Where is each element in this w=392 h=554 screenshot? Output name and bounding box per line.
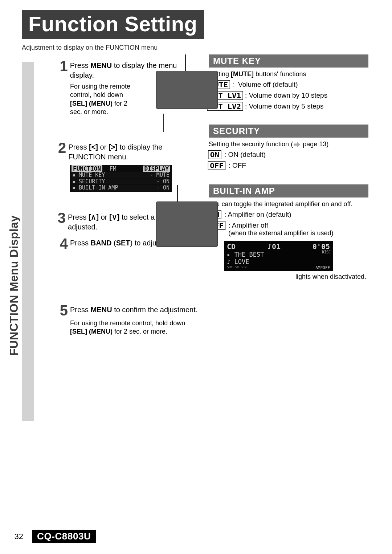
page-title: Function Setting [28, 12, 197, 36]
device-photo-band [156, 201, 218, 247]
callout-line [177, 185, 178, 201]
step-number: 3 [56, 211, 66, 232]
step-2: 2 Press [<] or [>] to display the FUNCTI… [56, 141, 201, 162]
step-1-note: For using the remote control, hold down … [70, 82, 135, 117]
step-number: 5 [56, 304, 68, 317]
function-menu-lcd: FUNCTION FM DISPLAY ▪ MUTE KEY- MUTE ▪ S… [70, 165, 172, 192]
step-5-note: For using the remote control, hold down … [70, 319, 201, 336]
left-column: FUNCTION Menu Display [22, 54, 56, 421]
callout-line [120, 207, 156, 207]
reference-arrow-icon [294, 142, 300, 147]
lcd-row-security: ▪ SECURITY- ON [72, 179, 170, 185]
display-indicator: ON [208, 150, 221, 159]
amp-off-caption: lights when disactivated. [209, 273, 368, 281]
builtin-amp-heading: BUILT-IN AMP [209, 184, 368, 197]
step-number: 1 [56, 60, 68, 80]
amp-option-off: OFF : Amplifier off(when the external am… [209, 221, 368, 237]
security-desc: Setting the security function ( page 13) [209, 140, 368, 148]
step-5-text: Press MENU to confirm the adjustment. [70, 305, 197, 317]
display-indicator: OFF [208, 161, 226, 170]
section-tab-label: FUNCTION Menu Display [7, 215, 21, 356]
security-heading: SECURITY [209, 125, 368, 138]
device-photo-menu [156, 71, 218, 109]
settings-column: MUTE KEY Setting [MUTE] buttons' functio… [209, 54, 368, 421]
mute-option-att-lv1: ATT LV1 : Volume down by 10 steps [209, 91, 368, 100]
tab-strip [22, 62, 34, 421]
step-5: 5 Press MENU to confirm the adjustment. [56, 304, 201, 317]
page-subtitle: Adjustment to display on the FUNCTION me… [22, 44, 370, 52]
mute-key-heading: MUTE KEY [209, 54, 368, 68]
lcd-row-amp: ▪ BUILT-IN AMP- ON [72, 185, 170, 191]
callout-line [185, 54, 186, 71]
step-number: 4 [56, 237, 68, 250]
security-option-off: OFF : OFF [209, 161, 368, 170]
page-title-bar: Function Setting [22, 10, 204, 39]
page: Function Setting Adjustment to display o… [0, 0, 392, 554]
cd-display-lcd: CD♪010'05 DISC ▸ THE BEST ♪ LOVE SRC·SW … [224, 241, 333, 271]
lcd-row-mute: ▪ MUTE KEY- MUTE [72, 172, 170, 178]
step-4-text: Press BAND (SET) to adjust. [70, 238, 164, 250]
amp-desc: You can toggle the integrated amplifier … [209, 200, 368, 208]
mute-desc: Setting [MUTE] buttons' functions [209, 70, 368, 78]
step-2-text: Press [<] or [>] to display the FUNCTION… [68, 142, 201, 162]
mute-option-att-lv2: ATT LV2 : Volume down by 5 steps [209, 102, 368, 111]
step-number: 2 [56, 141, 66, 162]
security-option-on: ON : ON (default) [209, 150, 368, 159]
page-number: 32 [9, 532, 23, 541]
mute-option-mute: MUTE : Volume off (default) [209, 80, 368, 89]
amp-option-on: ON : Amplifier on (default) [209, 210, 368, 219]
callout-line [163, 114, 164, 132]
page-footer: 32 CQ-C8803U [0, 530, 392, 543]
model-number: CQ-C8803U [32, 530, 96, 543]
